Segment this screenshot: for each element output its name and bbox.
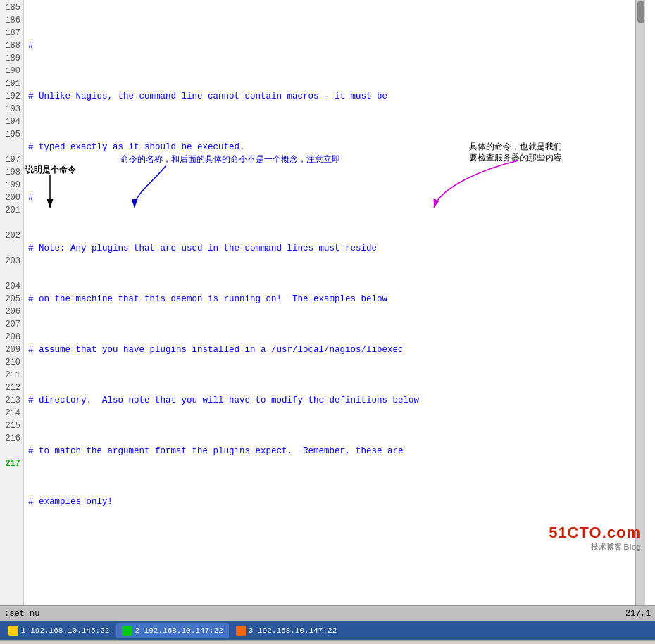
scrollbar[interactable]	[635, 0, 645, 605]
system-bar: 连接到 192.168.10.147:22 SSH2 xterm 83x39 3…	[0, 640, 655, 644]
tab-2[interactable]: 2 192.168.10.147:22	[116, 623, 228, 638]
logo-main: 51CTO.com	[549, 524, 641, 542]
line-194: # examples only!	[28, 495, 642, 508]
status-right: 217,1	[625, 609, 651, 619]
line-189: # Note: Any plugins that are used in the…	[28, 242, 642, 255]
scrollbar-thumb[interactable]	[637, 1, 644, 23]
tab-bar: 1 192.168.10.145:22 2 192.168.10.147:22 …	[0, 621, 655, 640]
tab-3-icon	[236, 626, 246, 636]
line-191: # assume that you have plugins installed…	[28, 343, 642, 356]
code-area: # # Unlike Nagios, the command line cann…	[25, 0, 645, 605]
status-left: :set nu	[4, 609, 39, 619]
line-190: # on the machine that this daemon is run…	[28, 293, 642, 305]
line-186: # Unlike Nagios, the command line cannot…	[28, 90, 642, 103]
line-192: # directory. Also note that you will hav…	[28, 394, 642, 407]
tab-3-label: 3 192.168.10.147:22	[249, 626, 337, 635]
line-193: # to match the argument format the plugi…	[28, 445, 642, 457]
line-188: #	[28, 191, 642, 204]
content-area: 185 186 187 188 189 190 191 192 193 194 …	[0, 0, 645, 605]
tab-3[interactable]: 3 192.168.10.147:22	[230, 623, 342, 638]
tab-1-label: 1 192.168.10.145:22	[21, 626, 109, 635]
logo-sub: 技术博客 Blog	[549, 542, 641, 553]
tab-2-icon	[122, 626, 132, 636]
line-185: #	[28, 39, 642, 52]
logo-area: 51CTO.com 技术博客 Blog	[549, 524, 641, 553]
line-196	[28, 597, 642, 605]
status-bar: :set nu 217,1	[0, 605, 655, 621]
line-187: # typed exactly as it should be executed…	[28, 141, 642, 153]
editor-container: 185 186 187 188 189 190 191 192 193 194 …	[0, 0, 655, 605]
tab-1[interactable]: 1 192.168.10.145:22	[3, 623, 115, 638]
tab-2-label: 2 192.168.10.147:22	[135, 626, 223, 635]
line-numbers: 185 186 187 188 189 190 191 192 193 194 …	[0, 0, 24, 605]
tab-1-icon	[8, 626, 18, 636]
